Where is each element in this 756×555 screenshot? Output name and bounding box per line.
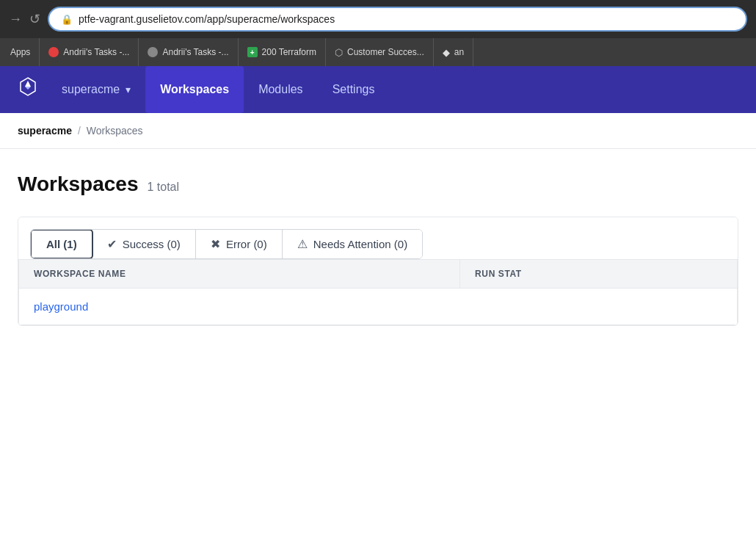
tab-customer-success[interactable]: ⬡ Customer Succes... (326, 38, 434, 66)
tabs-bar: Apps Andrii's Tasks -... Andrii's Tasks … (0, 38, 756, 66)
page-content: Workspaces 1 total All (1) ✔ Success (0)… (0, 149, 756, 349)
org-name: superacme (62, 83, 120, 96)
success-icon: ✔ (107, 237, 117, 251)
filter-success-label: Success (0) (123, 238, 181, 250)
page-count: 1 total (147, 181, 179, 194)
tab-apps[interactable]: Apps (6, 38, 40, 66)
tab-apps-label: Apps (10, 47, 30, 57)
error-icon: ✖ (211, 237, 220, 251)
page-title: Workspaces (18, 173, 138, 196)
tab-terraform-label: 200 Terraform (262, 47, 316, 57)
filter-tab-needs-attention[interactable]: ⚠ Needs Attention (0) (283, 230, 422, 258)
filter-tab-error[interactable]: ✖ Error (0) (196, 230, 283, 258)
filter-all-label: All (1) (46, 238, 77, 250)
tab-favicon-gray (148, 47, 158, 57)
filter-tab-success[interactable]: ✔ Success (0) (92, 230, 196, 258)
nav-links: Workspaces Modules Settings (145, 66, 389, 113)
nav-link-modules[interactable]: Modules (244, 66, 317, 113)
workspace-name-cell: playground (19, 289, 460, 325)
terraform-logo-icon (15, 75, 41, 101)
filter-tabs: All (1) ✔ Success (0) ✖ Error (0) ⚠ Need… (30, 229, 423, 259)
table-row: playground (19, 289, 738, 325)
breadcrumb: superacme / Workspaces (0, 113, 756, 149)
warning-icon: ⚠ (297, 237, 308, 251)
breadcrumb-org[interactable]: superacme (18, 125, 72, 137)
tab-andrii-tasks-2[interactable]: Andrii's Tasks -... (139, 38, 238, 66)
workspace-link-playground[interactable]: playground (34, 300, 88, 313)
tab-customer-success-label: Customer Succes... (347, 47, 424, 57)
app-nav: superacme ▾ Workspaces Modules Settings (0, 66, 756, 113)
breadcrumb-current: Workspaces (87, 125, 143, 137)
tab-terraform[interactable]: + 200 Terraform (239, 38, 326, 66)
chevron-down-icon: ▾ (126, 84, 131, 95)
tab-andrii-tasks-1-label: Andrii's Tasks -... (63, 47, 129, 57)
tab-drive-icon: ◆ (443, 47, 450, 58)
back-button[interactable]: → (9, 12, 22, 26)
tab-hashicorp-icon: ⬡ (335, 47, 343, 58)
tab-andrii-tasks-1[interactable]: Andrii's Tasks -... (40, 38, 139, 66)
svg-marker-2 (25, 87, 31, 90)
filter-needs-attention-label: Needs Attention (0) (313, 238, 407, 250)
tab-drive-label: an (454, 47, 464, 57)
filter-tabs-row: All (1) ✔ Success (0) ✖ Error (0) ⚠ Need… (18, 217, 738, 259)
col-run-status: RUN STAT (460, 260, 738, 289)
browser-chrome: → ↺ 🔒 ptfe-vagrant.guselietov.com/app/su… (0, 0, 756, 38)
tab-favicon-green: + (247, 47, 258, 57)
nav-link-settings[interactable]: Settings (318, 66, 390, 113)
breadcrumb-separator: / (78, 125, 81, 137)
app-logo[interactable] (15, 75, 41, 104)
address-bar[interactable]: 🔒 ptfe-vagrant.guselietov.com/app/supera… (48, 7, 747, 32)
tab-drive[interactable]: ◆ an (434, 38, 473, 66)
url-text: ptfe-vagrant.guselietov.com/app/superacm… (79, 13, 335, 25)
run-status-cell (460, 289, 738, 325)
workspaces-table-wrapper: All (1) ✔ Success (0) ✖ Error (0) ⚠ Need… (18, 217, 738, 326)
lock-icon: 🔒 (61, 14, 73, 25)
svg-marker-1 (25, 81, 31, 87)
tab-favicon-red (48, 47, 59, 57)
refresh-button[interactable]: ↺ (29, 12, 40, 26)
tab-andrii-tasks-2-label: Andrii's Tasks -... (162, 47, 228, 57)
page-header: Workspaces 1 total (18, 173, 738, 196)
nav-link-workspaces[interactable]: Workspaces (145, 66, 244, 113)
col-workspace-name: WORKSPACE NAME (19, 260, 460, 289)
org-selector[interactable]: superacme ▾ (53, 77, 139, 102)
table-header: WORKSPACE NAME RUN STAT (19, 260, 738, 289)
filter-error-label: Error (0) (226, 238, 267, 250)
workspaces-table: WORKSPACE NAME RUN STAT playground (18, 259, 738, 325)
table-body: playground (19, 289, 738, 325)
filter-tab-all[interactable]: All (1) (30, 229, 93, 259)
